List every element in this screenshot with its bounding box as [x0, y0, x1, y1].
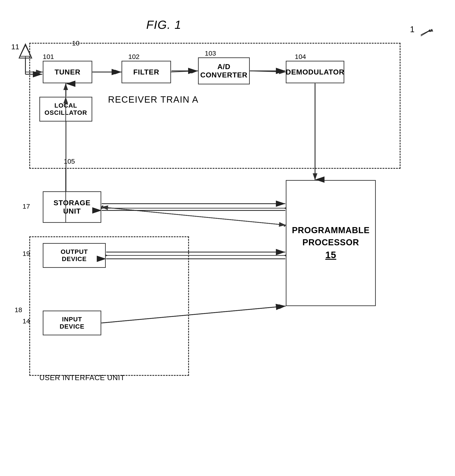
diagram-container: FIG. 1 1 10 11 RECEIVER TRAIN A TUNER 10… [0, 0, 455, 476]
svg-line-47 [102, 306, 285, 323]
svg-marker-49 [428, 29, 431, 32]
svg-marker-33 [19, 45, 32, 58]
diagram-arrows-svg [0, 0, 455, 476]
